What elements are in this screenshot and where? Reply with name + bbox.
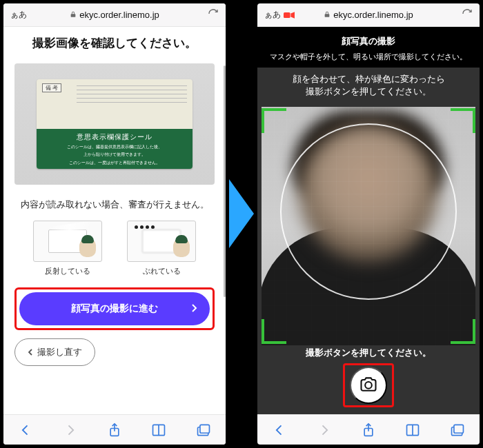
nav-forward-icon <box>63 422 78 438</box>
card-green-line3: このシールは、一度はがすと再貼付できません。 <box>37 160 193 165</box>
nav-forward-icon <box>317 422 332 438</box>
svg-point-5 <box>365 382 372 389</box>
address-bar: ぁあ ekyc.order.linemo.jp <box>257 3 480 27</box>
page-title: 撮影画像を確認してください。 <box>13 35 216 51</box>
card-lines <box>77 82 187 106</box>
scrollbar[interactable] <box>224 65 226 297</box>
bad-examples: 反射している ぶれている <box>13 221 216 276</box>
share-icon[interactable] <box>361 422 376 438</box>
highlight-shutter <box>343 363 394 407</box>
share-icon[interactable] <box>107 422 122 438</box>
retake-label: 撮影し直す <box>37 346 82 358</box>
bookmarks-icon[interactable] <box>405 422 420 438</box>
shutter-button[interactable] <box>350 367 387 404</box>
selfie-tip1: マスクや帽子を外して、明るい場所で撮影してください。 <box>257 52 480 68</box>
text-size-control[interactable]: ぁあ <box>10 9 27 21</box>
phone-right: ぁあ ekyc.order.linemo.jp 顔写真の撮影 マスクや帽子を外し… <box>257 3 480 445</box>
phone-left: ぁあ ekyc.order.linemo.jp 撮影画像を確認してください。 備… <box>3 3 226 445</box>
svg-rect-1 <box>200 425 210 433</box>
url-text: ekyc.order.linemo.jp <box>333 10 413 20</box>
card-green-band: 意思表示欄保護シール このシールは、臓器提供意思表示欄に記入した後、 上から貼り… <box>37 129 193 169</box>
example-reflect: 反射している <box>33 221 102 276</box>
press-instruction: 撮影ボタンを押してください。 <box>257 347 480 359</box>
captured-image-preview: 備 考 意思表示欄保護シール このシールは、臓器提供意思表示欄に記入した後、 上… <box>14 63 215 185</box>
card-green-line2: 上から貼り付けて使用できます。 <box>37 152 193 157</box>
url-display[interactable]: ekyc.order.linemo.jp <box>324 10 413 20</box>
face-guide-circle <box>280 123 457 300</box>
reflect-thumb <box>33 221 102 262</box>
svg-rect-3 <box>284 12 290 18</box>
nav-back-icon[interactable] <box>18 422 33 438</box>
svg-marker-4 <box>290 12 295 19</box>
retake-button[interactable]: 撮影し直す <box>14 338 95 366</box>
refresh-icon[interactable] <box>208 8 219 21</box>
flow-arrow-icon <box>229 179 254 248</box>
url-display[interactable]: ekyc.order.linemo.jp <box>70 10 159 20</box>
unreadable-warning: 内容が読み取れない場合、審査が行えません。 <box>13 198 216 211</box>
proceed-face-photo-button[interactable]: 顔写真の撮影に進む <box>19 292 210 325</box>
selfie-capture-screen: 顔写真の撮影 マスクや帽子を外して、明るい場所で撮影してください。 顔を合わせて… <box>257 27 480 414</box>
highlight-proceed: 顔写真の撮影に進む <box>14 287 215 330</box>
card-green-line1: このシールは、臓器提供意思表示欄に記入した後、 <box>37 144 193 150</box>
selfie-tip2a: 顔を合わせて、枠が緑色に変わったら <box>257 73 480 85</box>
bookmarks-icon[interactable] <box>151 422 166 438</box>
safari-bottom-nav <box>3 414 226 445</box>
lock-icon <box>324 10 331 20</box>
url-text: ekyc.order.linemo.jp <box>79 10 159 20</box>
recording-indicator-icon <box>284 11 295 19</box>
proceed-label: 顔写真の撮影に進む <box>71 303 158 315</box>
chevron-right-icon <box>190 303 197 314</box>
selfie-tip2: 顔を合わせて、枠が緑色に変わったら 撮影ボタンを押してください。 <box>257 68 480 101</box>
selfie-title: 顔写真の撮影 <box>257 27 480 52</box>
selfie-tip2b: 撮影ボタンを押してください。 <box>257 85 480 98</box>
refresh-icon[interactable] <box>462 8 473 21</box>
text-size-control[interactable]: ぁあ <box>264 9 281 21</box>
reflect-label: 反射している <box>33 266 102 276</box>
card-green-title: 意思表示欄保護シール <box>37 132 193 142</box>
lock-icon <box>70 10 77 20</box>
svg-marker-2 <box>229 179 254 248</box>
svg-rect-7 <box>454 425 464 433</box>
chevron-left-icon <box>28 347 33 358</box>
nav-back-icon[interactable] <box>272 422 287 438</box>
example-blurry: ぶれている <box>127 221 196 276</box>
blurry-thumb <box>127 221 196 262</box>
safari-bottom-nav <box>257 414 480 445</box>
document-card: 備 考 意思表示欄保護シール このシールは、臓器提供意思表示欄に記入した後、 上… <box>37 79 193 169</box>
address-bar: ぁあ ekyc.order.linemo.jp <box>3 3 226 27</box>
confirm-screen: 撮影画像を確認してください。 備 考 意思表示欄保護シール このシールは、臓器提… <box>3 27 226 414</box>
tabs-icon[interactable] <box>196 422 211 438</box>
card-top-label: 備 考 <box>42 83 61 92</box>
camera-icon <box>359 376 378 395</box>
blurry-label: ぶれている <box>127 266 196 276</box>
tabs-icon[interactable] <box>450 422 465 438</box>
